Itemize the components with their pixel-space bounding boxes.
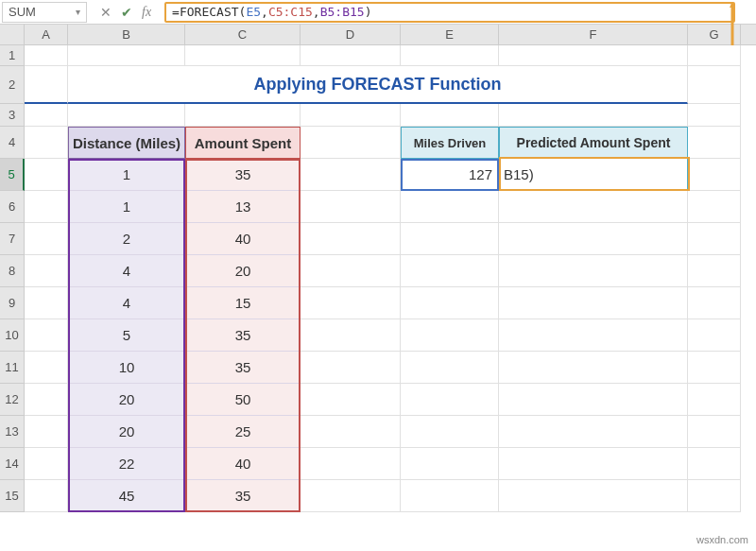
cell-B8[interactable]: 4 — [68, 255, 185, 287]
cell-E1[interactable] — [401, 45, 499, 66]
cell-G12[interactable] — [688, 384, 741, 416]
cell-B11[interactable]: 10 — [68, 352, 185, 384]
cell-B3[interactable] — [68, 104, 185, 127]
cell-D6[interactable] — [301, 191, 401, 223]
cell-G10[interactable] — [688, 319, 741, 352]
cell-A11[interactable] — [25, 352, 68, 384]
row-header-13[interactable]: 13 — [0, 416, 25, 448]
cell-G13[interactable] — [688, 416, 741, 448]
name-box-dropdown-icon[interactable]: ▾ — [76, 7, 80, 17]
fx-icon[interactable]: fx — [142, 5, 151, 20]
cell-G8[interactable] — [688, 255, 741, 287]
cell-F7[interactable] — [499, 223, 688, 255]
cell-G15[interactable] — [688, 480, 741, 512]
cell-C15[interactable]: 35 — [185, 480, 301, 512]
title-cell[interactable]: Applying FORECAST Function — [68, 66, 688, 104]
cell-E12[interactable] — [401, 384, 499, 416]
cell-F8[interactable] — [499, 255, 688, 287]
cell-E8[interactable] — [401, 255, 499, 287]
col-header-E[interactable]: E — [401, 25, 499, 44]
row-header-9[interactable]: 9 — [0, 287, 25, 319]
cell-A13[interactable] — [25, 416, 68, 448]
cell-E15[interactable] — [401, 480, 499, 512]
cell-D4[interactable] — [301, 127, 401, 159]
cell-E10[interactable] — [401, 319, 499, 352]
cell-G2[interactable] — [688, 66, 741, 104]
cell-G7[interactable] — [688, 223, 741, 255]
row-header-2[interactable]: 2 — [0, 66, 25, 104]
col-header-A[interactable]: A — [25, 25, 68, 44]
cell-B13[interactable]: 20 — [68, 416, 185, 448]
cell-A6[interactable] — [25, 191, 68, 223]
cell-C3[interactable] — [185, 104, 301, 127]
cell-C10[interactable]: 35 — [185, 319, 301, 352]
cell-D11[interactable] — [301, 352, 401, 384]
cell-B9[interactable]: 4 — [68, 287, 185, 319]
cell-B6[interactable]: 1 — [68, 191, 185, 223]
cell-C8[interactable]: 20 — [185, 255, 301, 287]
cell-A4[interactable] — [25, 127, 68, 159]
cell-D15[interactable] — [301, 480, 401, 512]
cell-A12[interactable] — [25, 384, 68, 416]
row-header-11[interactable]: 11 — [0, 352, 25, 384]
cell-F9[interactable] — [499, 287, 688, 319]
cell-G4[interactable] — [688, 127, 741, 159]
cell-D8[interactable] — [301, 255, 401, 287]
cell-A15[interactable] — [25, 480, 68, 512]
row-header-14[interactable]: 14 — [0, 448, 25, 480]
col-header-C[interactable]: C — [185, 25, 301, 44]
cell-B1[interactable] — [68, 45, 185, 66]
header-amount[interactable]: Amount Spent — [185, 127, 301, 159]
cell-E14[interactable] — [401, 448, 499, 480]
cell-D7[interactable] — [301, 223, 401, 255]
cell-A3[interactable] — [25, 104, 68, 127]
cell-A9[interactable] — [25, 287, 68, 319]
cell-C1[interactable] — [185, 45, 301, 66]
cell-A2[interactable] — [25, 66, 68, 104]
col-header-F[interactable]: F — [499, 25, 688, 44]
cell-F6[interactable] — [499, 191, 688, 223]
cell-C14[interactable]: 40 — [185, 448, 301, 480]
cell-G5[interactable] — [688, 159, 741, 191]
cell-D3[interactable] — [301, 104, 401, 127]
col-header-B[interactable]: B — [68, 25, 185, 44]
cell-F12[interactable] — [499, 384, 688, 416]
cell-G11[interactable] — [688, 352, 741, 384]
row-header-6[interactable]: 6 — [0, 191, 25, 223]
header-miles-driven[interactable]: Miles Driven — [401, 127, 499, 159]
cell-C6[interactable]: 13 — [185, 191, 301, 223]
cell-C7[interactable]: 40 — [185, 223, 301, 255]
cell-B7[interactable]: 2 — [68, 223, 185, 255]
cancel-icon[interactable]: ✕ — [100, 5, 112, 20]
row-header-15[interactable]: 15 — [0, 480, 25, 512]
enter-icon[interactable]: ✔ — [121, 5, 132, 20]
cell-C9[interactable]: 15 — [185, 287, 301, 319]
cell-D12[interactable] — [301, 384, 401, 416]
cell-G3[interactable] — [688, 104, 741, 127]
name-box[interactable]: SUM ▾ — [2, 2, 87, 23]
header-predicted[interactable]: Predicted Amount Spent — [499, 127, 688, 159]
row-header-4[interactable]: 4 — [0, 127, 25, 159]
cell-E6[interactable] — [401, 191, 499, 223]
cell-D10[interactable] — [301, 319, 401, 352]
cell-E7[interactable] — [401, 223, 499, 255]
cell-F5[interactable]: B15) — [499, 159, 688, 191]
cell-G14[interactable] — [688, 448, 741, 480]
cell-D14[interactable] — [301, 448, 401, 480]
cell-D9[interactable] — [301, 287, 401, 319]
cell-F10[interactable] — [499, 319, 688, 352]
cell-E13[interactable] — [401, 416, 499, 448]
formula-input[interactable]: = FORECAST ( E5 , C5:C15 , B5:B15 ) — [164, 2, 735, 23]
cell-E3[interactable] — [401, 104, 499, 127]
cell-C13[interactable]: 25 — [185, 416, 301, 448]
header-distance[interactable]: Distance (Miles) — [68, 127, 185, 159]
cell-G6[interactable] — [688, 191, 741, 223]
cell-B5[interactable]: 1 — [68, 159, 185, 191]
col-header-G[interactable]: G — [688, 25, 741, 44]
cell-E5[interactable]: 127 — [401, 159, 499, 191]
col-header-D[interactable]: D — [301, 25, 401, 44]
cell-A14[interactable] — [25, 448, 68, 480]
cell-C11[interactable]: 35 — [185, 352, 301, 384]
cell-B12[interactable]: 20 — [68, 384, 185, 416]
cell-A1[interactable] — [25, 45, 68, 66]
